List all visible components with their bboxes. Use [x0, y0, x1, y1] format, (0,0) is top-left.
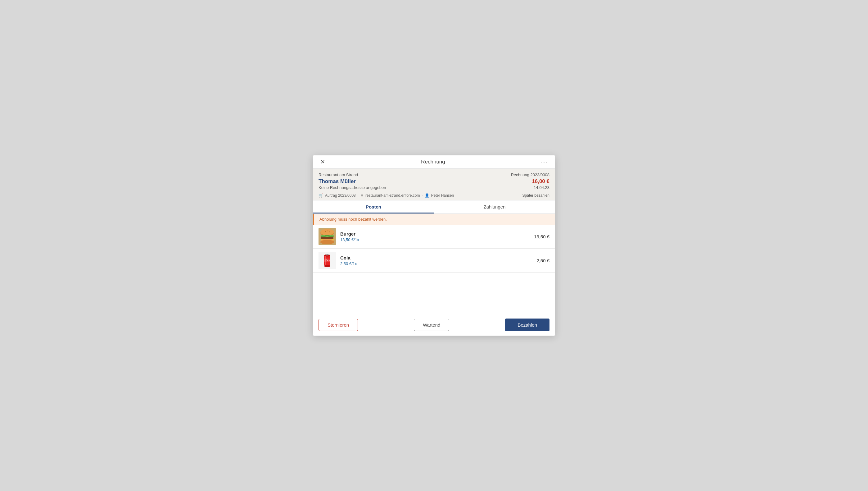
table-row[interactable]: Burger 13,50 €/1x 13,50 € [313, 225, 555, 249]
order-icon: 🛒 [318, 193, 323, 198]
tab-zahlungen[interactable]: Zahlungen [434, 200, 555, 213]
items-list: Burger 13,50 €/1x 13,50 € [313, 225, 555, 314]
invoice-date: 14.04.23 [534, 185, 550, 190]
tab-posten[interactable]: Posten [313, 200, 434, 213]
no-address-label: Keine Rechnungsadresse angegeben [318, 185, 386, 190]
website-icon: ❄ [361, 193, 364, 198]
footer-bar: Stornieren Wartend Bezahlen [313, 314, 555, 336]
burger-details: Burger 13,50 €/1x [340, 231, 530, 242]
svg-point-14 [324, 265, 330, 267]
agent-name: Peter Hansen [431, 193, 454, 198]
close-button[interactable]: ✕ [318, 158, 327, 165]
total-amount: 16,00 € [532, 178, 550, 184]
burger-name: Burger [340, 231, 530, 236]
tabs-bar: Posten Zahlungen [313, 200, 555, 214]
order-ref: Auftrag 2023/0008 [325, 193, 356, 198]
cola-details: Cola 2,50 €/1x [340, 255, 532, 266]
later-pay-button[interactable]: Später bezahlen [523, 193, 550, 198]
meta-info: 🛒 Auftrag 2023/0008 · ❄ restaurant-am-st… [318, 193, 454, 198]
invoice-modal: ✕ Rechnung ··· Restaurant am Strand Rech… [313, 155, 555, 336]
svg-rect-18 [327, 254, 328, 255]
svg-point-10 [320, 240, 334, 244]
website: restaurant-am-strand.enfore.com [365, 193, 420, 198]
cola-price-unit: 2,50 €/1x [340, 261, 532, 266]
cola-image [318, 252, 336, 269]
modal-title: Rechnung [327, 159, 539, 165]
svg-point-2 [320, 229, 334, 235]
table-row[interactable]: Cola 2,50 €/1x 2,50 € [313, 249, 555, 272]
more-options-button[interactable]: ··· [539, 158, 550, 165]
cola-total: 2,50 € [536, 258, 550, 263]
modal-header: ✕ Rechnung ··· [313, 155, 555, 169]
invoice-number: Rechnung 2023/0008 [511, 172, 550, 177]
warning-banner: Abholung muss noch bezahlt werden. [313, 214, 555, 225]
cancel-button[interactable]: Stornieren [318, 319, 358, 331]
agent-icon: 👤 [425, 193, 429, 198]
burger-price-unit: 13,50 €/1x [340, 237, 530, 242]
pending-button[interactable]: Wartend [414, 319, 449, 331]
invoice-info-bar: Restaurant am Strand Rechnung 2023/0008 … [313, 169, 555, 200]
burger-total: 13,50 € [534, 234, 550, 239]
pay-button[interactable]: Bezahlen [505, 319, 550, 331]
burger-image [318, 228, 336, 245]
customer-name: Thomas Müller [318, 178, 356, 184]
restaurant-name: Restaurant am Strand [318, 172, 358, 177]
cola-name: Cola [340, 255, 532, 260]
